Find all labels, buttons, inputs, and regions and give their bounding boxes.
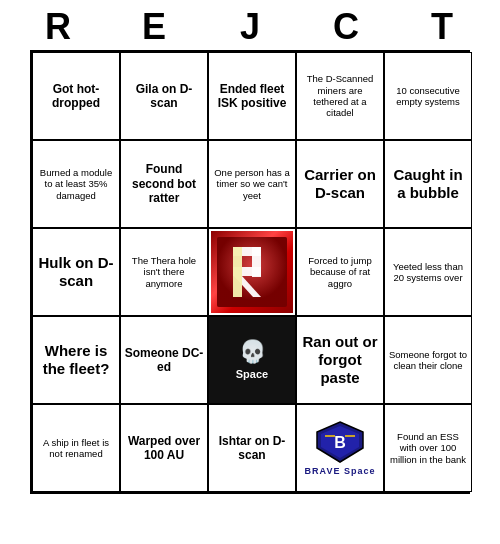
header-t: T: [398, 6, 486, 48]
cell-r4c3-space[interactable]: 💀 Space: [208, 316, 296, 404]
header-c: C: [302, 6, 390, 48]
header-r: R: [14, 6, 102, 48]
cell-r3c2[interactable]: The Thera hole isn't there anymore: [120, 228, 208, 316]
cell-r5c4-brave[interactable]: B BRAVE Space: [296, 404, 384, 492]
cell-r1c2[interactable]: Gila on D-scan: [120, 52, 208, 140]
brave-space-text: BRAVE Space: [305, 466, 376, 477]
cell-r4c5[interactable]: Someone forgot to clean their clone: [384, 316, 472, 404]
cell-r1c4[interactable]: The D-Scanned miners are tethered at a c…: [296, 52, 384, 140]
brave-space-logo: B BRAVE Space: [305, 420, 376, 477]
cell-r5c3[interactable]: Ishtar on D-scan: [208, 404, 296, 492]
header-row: R E J C T: [10, 6, 490, 48]
header-e: E: [110, 6, 198, 48]
cell-r5c5[interactable]: Found an ESS with over 100 million in th…: [384, 404, 472, 492]
cell-r4c4[interactable]: Ran out or forgot paste: [296, 316, 384, 404]
cell-r2c2[interactable]: Found second bot ratter: [120, 140, 208, 228]
free-space-logo-icon: [217, 237, 287, 307]
cell-r3c3-free[interactable]: [208, 228, 296, 316]
cell-r3c5[interactable]: Yeeted less than 20 systems over: [384, 228, 472, 316]
bingo-grid: Got hot-dropped Gila on D-scan Ended fle…: [30, 50, 470, 494]
cell-r4c2[interactable]: Someone DC-ed: [120, 316, 208, 404]
cell-r2c1[interactable]: Burned a module to at least 35% damaged: [32, 140, 120, 228]
cell-r5c2[interactable]: Warped over 100 AU: [120, 404, 208, 492]
cell-r2c3[interactable]: One person has a timer so we can't yeet: [208, 140, 296, 228]
free-space-inner: [211, 231, 293, 313]
svg-text:B: B: [334, 434, 346, 451]
cell-r1c5[interactable]: 10 consecutive empty systems: [384, 52, 472, 140]
cell-r1c3[interactable]: Ended fleet ISK positive: [208, 52, 296, 140]
space-label: Space: [236, 368, 268, 381]
cell-r1c1[interactable]: Got hot-dropped: [32, 52, 120, 140]
cell-r3c1[interactable]: Hulk on D-scan: [32, 228, 120, 316]
cell-r3c4[interactable]: Forced to jump because of rat aggro: [296, 228, 384, 316]
svg-rect-5: [252, 247, 261, 277]
cell-r4c1[interactable]: Where is the fleet?: [32, 316, 120, 404]
header-j: J: [206, 6, 294, 48]
cell-r5c1[interactable]: A ship in fleet is not renamed: [32, 404, 120, 492]
brave-shield-icon: B: [315, 420, 365, 464]
cell-r2c5[interactable]: Caught in a bubble: [384, 140, 472, 228]
skull-icon: 💀: [239, 339, 266, 365]
svg-rect-7: [233, 247, 242, 297]
cell-r2c4[interactable]: Carrier on D-scan: [296, 140, 384, 228]
